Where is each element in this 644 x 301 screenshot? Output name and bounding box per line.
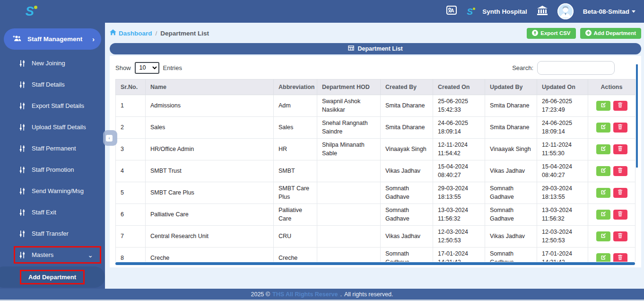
table-header-row: Sr.No.NameAbbreviationDepartment HODCrea… (116, 80, 635, 95)
table-cell: 17-01-2024 14:31:42 (433, 248, 485, 262)
edit-button[interactable] (596, 123, 610, 133)
sidebar-item-staff-management[interactable]: Staff Management › (4, 28, 101, 50)
column-header-updated-by[interactable]: Updated By (485, 80, 537, 95)
table-cell (317, 248, 381, 262)
table-cell: 3 (116, 139, 146, 160)
add-department-button[interactable]: Add Department (580, 28, 641, 39)
edit-button[interactable] (596, 210, 610, 220)
delete-button[interactable] (613, 188, 627, 198)
table-cell: Central Research Unit (146, 226, 274, 248)
delete-button[interactable] (613, 210, 627, 220)
table-cell: Somnath Gadhave (485, 182, 537, 204)
sidebar-item-export-staff-details[interactable]: Export Staff Details (0, 95, 105, 116)
delete-button[interactable] (613, 231, 627, 241)
table-row: 8CrecheCrecheSomnath Gadhave17-01-2024 1… (116, 248, 635, 262)
table-cell: CRU (274, 226, 317, 248)
breadcrumb-current: Department List (160, 30, 209, 37)
s-logo-icon: S (467, 7, 473, 16)
table-cell: 17-01-2024 14:31:42 (537, 248, 588, 262)
sliders-icon (19, 60, 26, 67)
vertical-scrollbar[interactable] (636, 64, 638, 168)
edit-button[interactable] (596, 231, 610, 241)
sidebar-item-staff-transfer[interactable]: Staff Transfer (0, 223, 105, 244)
delete-button[interactable] (613, 123, 627, 133)
delete-button[interactable] (613, 144, 627, 154)
table-cell: 15-04-2024 08:40:27 (537, 160, 588, 182)
table-cell (317, 160, 381, 182)
table-cell: Somnath Gadhave (381, 248, 433, 262)
trash-icon (618, 211, 623, 218)
table-cell: 12-03-2024 12:50:53 (433, 226, 485, 248)
footer-prefix: 2025 © (251, 291, 270, 298)
add-department-label: Add Department (20, 270, 85, 284)
top-navbar: S A S Synth Hospital (0, 0, 644, 23)
edit-button[interactable] (596, 144, 610, 154)
sliders-icon (19, 145, 26, 152)
home-icon (110, 29, 116, 37)
department-table: Sr.No.NameAbbreviationDepartment HODCrea… (115, 79, 635, 262)
table-cell (317, 204, 381, 226)
column-header-name[interactable]: Name (146, 80, 274, 95)
actions-cell (588, 248, 635, 262)
sidebar-item-staff-details[interactable]: Staff Details (0, 74, 105, 95)
translate-icon[interactable]: A (445, 4, 458, 18)
column-header-abbreviation[interactable]: Abbreviation (274, 80, 317, 95)
edit-button[interactable] (596, 253, 610, 262)
table-row: 2SalesSalesSnehal Rangnath SaindreSmita … (116, 117, 635, 139)
app-logo[interactable]: S (26, 5, 34, 18)
sidebar-item-staff-promotion[interactable]: Staff Promotion (0, 159, 105, 180)
actions-cell (588, 226, 635, 248)
sidebar-item-new-joining[interactable]: New Joining (0, 53, 105, 74)
horizontal-scrollbar[interactable] (115, 262, 635, 265)
actions-cell (588, 139, 635, 160)
column-header-sr-no[interactable]: Sr.No. (116, 80, 146, 95)
sidebar-collapse-toggle[interactable]: ‹ (103, 130, 117, 146)
logo-dot (34, 6, 37, 9)
show-label: Show (115, 64, 131, 71)
page-size-select[interactable]: 10 (135, 62, 159, 74)
table-cell: 15-04-2024 08:40:27 (433, 160, 485, 182)
delete-button[interactable] (613, 253, 627, 262)
main-content: Dashboard / Department List Export CSV A… (105, 23, 644, 289)
breadcrumb-dashboard[interactable]: Dashboard (110, 29, 152, 37)
table-cell: Sales (274, 117, 317, 139)
edit-button[interactable] (596, 101, 610, 111)
table-cell: Vinaayak Singh (381, 139, 433, 160)
bank-icon[interactable] (537, 5, 548, 18)
table-cell: 1 (116, 95, 146, 117)
footer-link[interactable]: THS All Rights Reserve (272, 291, 338, 298)
edit-icon (600, 255, 606, 262)
sidebar-item-staff-exit[interactable]: Staff Exit (0, 202, 105, 223)
column-header-created-on[interactable]: Created On (433, 80, 485, 95)
sliders-icon (19, 124, 26, 131)
search-input[interactable] (537, 61, 615, 75)
avatar[interactable] (557, 3, 574, 19)
delete-button[interactable] (613, 101, 627, 111)
table-cell: 5 (116, 182, 146, 204)
sidebar-item-staff-permanent[interactable]: Staff Permanent (0, 138, 105, 159)
trash-icon (618, 102, 623, 109)
column-header-updated-on[interactable]: Updated On (537, 80, 588, 95)
table-cell: Palliative Care (146, 204, 274, 226)
sidebar-add-department[interactable]: Add Department (0, 266, 105, 288)
table-cell: 8 (116, 248, 146, 262)
sliders-icon (19, 166, 26, 174)
delete-button[interactable] (613, 166, 627, 176)
sidebar-item-masters[interactable]: Masters⌄ (14, 246, 101, 264)
user-menu[interactable]: Beta-08-Smitad (583, 8, 635, 15)
sidebar-item-send-warning-msg[interactable]: Send Warning/Msg (0, 180, 105, 202)
table-cell: Vikas Jadhav (381, 160, 433, 182)
hospital-name: Synth Hospital (482, 8, 527, 15)
edit-button[interactable] (596, 188, 610, 198)
department-table-container: Sr.No.NameAbbreviationDepartment HODCrea… (115, 79, 635, 262)
table-row: 5SMBT Care PlusSMBT Care PlusSomnath Gad… (116, 182, 635, 204)
edit-button[interactable] (596, 166, 610, 176)
column-header-actions[interactable]: Actions (588, 80, 635, 95)
export-icon (532, 30, 538, 37)
export-csv-button[interactable]: Export CSV (527, 28, 575, 39)
sidebar-item-upload-staff-details[interactable]: Upload Staff Details (0, 116, 105, 138)
column-header-department-hod[interactable]: Department HOD (317, 80, 381, 95)
column-header-created-by[interactable]: Created By (381, 80, 433, 95)
logo-dot (473, 8, 475, 10)
table-cell: 29-03-2024 18:13:55 (537, 182, 588, 204)
